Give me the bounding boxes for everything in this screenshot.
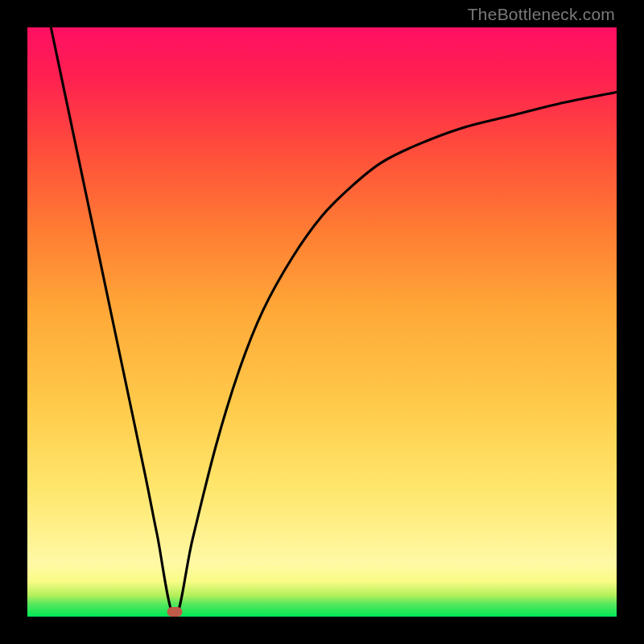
plot-area <box>27 27 617 617</box>
chart-frame: TheBottleneck.com <box>0 0 644 644</box>
bottleneck-curve <box>51 27 617 617</box>
minimum-marker <box>167 607 183 617</box>
curve-svg <box>27 27 617 617</box>
watermark-text: TheBottleneck.com <box>468 5 615 24</box>
